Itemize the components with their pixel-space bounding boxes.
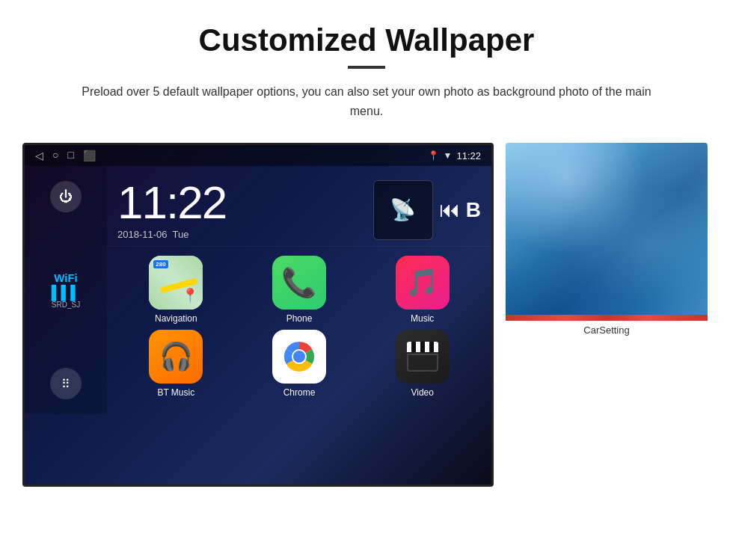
wallpaper-ice[interactable] bbox=[506, 143, 708, 315]
status-bar: ◁ ○ □ ⬛ 📍 ▼ 11:22 bbox=[25, 145, 491, 166]
navigation-label: Navigation bbox=[155, 313, 197, 324]
bt-music-icon: 🎧 bbox=[149, 330, 203, 384]
video-label: Video bbox=[411, 387, 433, 398]
clock-area: 11:22 2018-11-06 Tue 📡 ⏮ B bbox=[107, 173, 491, 247]
screen-body: ⏻ WiFi ▌▌▌ SRD_SJ ⠿ 11:22 2018-11-06 Tue bbox=[25, 166, 491, 414]
app-grid: 280 📍 Navigation 📞 Phone bbox=[107, 247, 491, 407]
status-time: 11:22 bbox=[456, 150, 481, 161]
wallpaper-divider-strip bbox=[506, 315, 708, 321]
music-glyph: 🎵 bbox=[405, 267, 439, 298]
apps-drawer-button[interactable]: ⠿ bbox=[50, 368, 82, 399]
clock-widget: 11:22 2018-11-06 Tue bbox=[117, 179, 226, 240]
app-chrome[interactable]: Chrome bbox=[241, 330, 358, 398]
chrome-icon bbox=[272, 330, 326, 384]
power-button[interactable]: ⏻ bbox=[50, 181, 82, 212]
back-icon[interactable]: ◁ bbox=[35, 150, 43, 162]
bluetooth-label: B bbox=[466, 198, 481, 222]
prev-track-button[interactable]: ⏮ bbox=[439, 197, 460, 222]
clock-extras: 📡 ⏮ B bbox=[373, 180, 481, 240]
wallpaper-stack: CarSetting bbox=[506, 143, 708, 336]
android-screen: ◁ ○ □ ⬛ 📍 ▼ 11:22 ⏻ WiFi ▌▌▌ SRD_SJ bbox=[22, 143, 494, 487]
clapper-top bbox=[407, 342, 438, 352]
chrome-label: Chrome bbox=[283, 387, 316, 398]
page-title: Customized Wallpaper bbox=[199, 22, 535, 58]
location-icon: 📍 bbox=[428, 150, 439, 161]
status-bar-left: ◁ ○ □ ⬛ bbox=[35, 150, 96, 162]
clapperboard-icon bbox=[407, 342, 438, 372]
wifi-status-icon: ▼ bbox=[444, 150, 453, 161]
recents-icon[interactable]: □ bbox=[67, 150, 73, 161]
phone-glyph: 📞 bbox=[281, 266, 316, 299]
app-video[interactable]: Video bbox=[364, 330, 481, 398]
nav-badge: 280 bbox=[153, 260, 168, 268]
car-setting-label: CarSetting bbox=[506, 324, 708, 336]
navigation-icon: 280 📍 bbox=[149, 256, 203, 310]
clapper-bottom bbox=[407, 354, 438, 372]
phone-icon: 📞 bbox=[272, 256, 326, 310]
media-widget[interactable]: 📡 bbox=[373, 180, 433, 240]
status-bar-right: 📍 ▼ 11:22 bbox=[428, 150, 481, 161]
app-navigation[interactable]: 280 📍 Navigation bbox=[117, 256, 235, 324]
bt-glyph: 🎧 bbox=[159, 341, 193, 372]
clock-time: 11:22 bbox=[117, 179, 226, 226]
screenshot-icon[interactable]: ⬛ bbox=[83, 150, 96, 162]
home-icon[interactable]: ○ bbox=[52, 150, 58, 161]
bt-music-label: BT Music bbox=[157, 387, 194, 398]
ice-wallpaper-image bbox=[506, 143, 708, 315]
video-icon bbox=[396, 330, 450, 384]
music-label: Music bbox=[411, 313, 434, 324]
music-icon: 🎵 bbox=[396, 256, 450, 310]
app-bt-music[interactable]: 🎧 BT Music bbox=[117, 330, 235, 398]
page-subtitle: Preload over 5 default wallpaper options… bbox=[75, 82, 658, 120]
wifi-ssid: SRD_SJ bbox=[52, 301, 80, 309]
clock-date: 2018-11-06 Tue bbox=[117, 229, 226, 240]
wifi-wave-icon: 📡 bbox=[390, 197, 416, 222]
wifi-info: WiFi ▌▌▌ SRD_SJ bbox=[52, 271, 80, 309]
wifi-label: WiFi bbox=[52, 271, 80, 284]
title-divider bbox=[348, 66, 385, 69]
phone-label: Phone bbox=[286, 313, 313, 324]
left-sidebar: ⏻ WiFi ▌▌▌ SRD_SJ ⠿ bbox=[25, 166, 107, 414]
app-phone[interactable]: 📞 Phone bbox=[241, 256, 358, 324]
chrome-svg bbox=[280, 338, 318, 375]
center-content: 11:22 2018-11-06 Tue 📡 ⏮ B bbox=[107, 166, 491, 414]
location-pin-icon: 📍 bbox=[182, 287, 194, 302]
main-content: ◁ ○ □ ⬛ 📍 ▼ 11:22 ⏻ WiFi ▌▌▌ SRD_SJ bbox=[22, 143, 711, 487]
app-music[interactable]: 🎵 Music bbox=[364, 256, 481, 324]
svg-point-1 bbox=[293, 351, 305, 363]
wifi-signal-icon: ▌▌▌ bbox=[52, 286, 80, 299]
